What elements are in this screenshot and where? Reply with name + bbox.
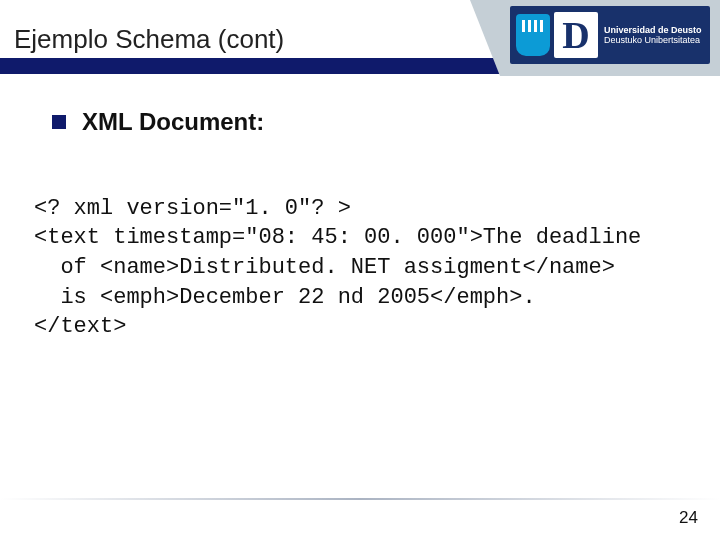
page-number: 24 (679, 508, 698, 528)
bullet-heading-row: XML Document: (28, 108, 692, 136)
shield-icon (516, 14, 550, 56)
code-line: </text> (34, 314, 126, 339)
code-line: of <name>Distributed. NET assigment</nam… (34, 255, 615, 280)
code-line: <? xml version="1. 0"? > (34, 196, 351, 221)
code-line: is <emph>December 22 nd 2005</emph>. (34, 285, 536, 310)
bullet-icon (52, 115, 66, 129)
slide-body: XML Document: <? xml version="1. 0"? > <… (0, 72, 720, 372)
logo-letter: D (554, 12, 598, 58)
slide: Ejemplo Schema (cont) D Universidad de D… (0, 0, 720, 540)
university-name: Universidad de Deusto Deustuko Unibertsi… (604, 25, 702, 46)
footer-divider (0, 498, 720, 500)
university-name-es: Universidad de Deusto (604, 25, 702, 35)
university-logo: D Universidad de Deusto Deustuko Unibert… (510, 6, 710, 64)
university-name-eu: Deustuko Unibertsitatea (604, 35, 702, 45)
bullet-heading: XML Document: (82, 108, 264, 136)
code-block: <? xml version="1. 0"? > <text timestamp… (28, 164, 692, 372)
header: Ejemplo Schema (cont) D Universidad de D… (0, 0, 720, 72)
slide-title: Ejemplo Schema (cont) (14, 24, 284, 55)
code-line: <text timestamp="08: 45: 00. 000">The de… (34, 225, 641, 250)
